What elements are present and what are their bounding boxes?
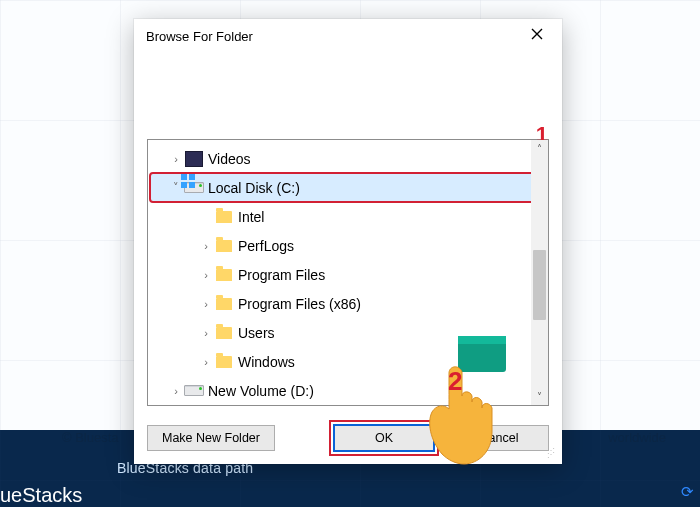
- folder-tree-panel: 1 ›Videos˅Local Disk (C:)Intel›PerfLogs›…: [147, 139, 549, 406]
- cancel-button[interactable]: Cancel: [449, 425, 549, 451]
- folder-icon: [214, 295, 234, 313]
- tree-item-label: PerfLogs: [238, 238, 294, 254]
- chevron-right-icon[interactable]: ›: [198, 240, 214, 252]
- folder-icon: [214, 208, 234, 226]
- folder-icon: [214, 353, 234, 371]
- tree-item[interactable]: ›Windows: [150, 347, 546, 376]
- refresh-icon: ⟳: [681, 483, 694, 501]
- tree-item[interactable]: ›PerfLogs: [150, 231, 546, 260]
- resize-grip[interactable]: ⋰⋰: [547, 449, 559, 461]
- tree-item-label: Program Files (x86): [238, 296, 361, 312]
- chevron-right-icon[interactable]: ›: [168, 385, 184, 397]
- tree-item[interactable]: ›New Volume (D:): [150, 376, 546, 405]
- videos-icon: [184, 150, 204, 168]
- folder-icon: [214, 324, 234, 342]
- tree-item-label: Users: [238, 325, 275, 341]
- tree-item-label: Intel: [238, 209, 264, 225]
- scroll-up-icon[interactable]: ˄: [531, 140, 548, 157]
- bg-right-text: worldwide: [608, 430, 666, 445]
- scroll-down-icon[interactable]: ˅: [531, 388, 548, 405]
- tree-item[interactable]: ˅Local Disk (C:): [150, 173, 546, 202]
- chevron-right-icon[interactable]: ›: [198, 327, 214, 339]
- bg-logo-fragment: ueStacks: [0, 478, 92, 507]
- chevron-right-icon[interactable]: ›: [168, 153, 184, 165]
- tree-item-label: Windows: [238, 354, 295, 370]
- disk-icon: [184, 179, 204, 197]
- dialog-title: Browse For Folder: [146, 29, 516, 44]
- tree-item-label: Local Disk (C:): [208, 180, 300, 196]
- make-new-folder-button[interactable]: Make New Folder: [147, 425, 275, 451]
- chevron-right-icon[interactable]: ›: [198, 298, 214, 310]
- chevron-right-icon[interactable]: ›: [198, 269, 214, 281]
- close-button[interactable]: [516, 21, 558, 51]
- tree-item-label: Videos: [208, 151, 251, 167]
- bg-left-text: © Bluesta: [62, 430, 119, 445]
- tree-item[interactable]: ›Program Files: [150, 260, 546, 289]
- tree-item[interactable]: ›Program Files (x86): [150, 289, 546, 318]
- disk-icon: [184, 382, 204, 400]
- tree-item[interactable]: Intel: [150, 202, 546, 231]
- browse-for-folder-dialog: Browse For Folder 1 ›Videos˅Local Disk (…: [134, 19, 562, 464]
- button-bar: Make New Folder OK Cancel: [147, 424, 549, 452]
- tree-item[interactable]: ›Videos: [150, 144, 546, 173]
- tree-item-label: Program Files: [238, 267, 325, 283]
- folder-icon: [214, 237, 234, 255]
- tree-item[interactable]: ›Users: [150, 318, 546, 347]
- scrollbar[interactable]: ˄ ˅: [531, 140, 548, 405]
- folder-icon: [214, 266, 234, 284]
- close-icon: [531, 28, 543, 40]
- titlebar: Browse For Folder: [134, 19, 562, 53]
- folder-tree[interactable]: ›Videos˅Local Disk (C:)Intel›PerfLogs›Pr…: [148, 140, 548, 405]
- ok-button[interactable]: OK: [333, 424, 435, 452]
- scroll-thumb[interactable]: [533, 250, 546, 320]
- chevron-right-icon[interactable]: ›: [198, 356, 214, 368]
- tree-item-label: New Volume (D:): [208, 383, 314, 399]
